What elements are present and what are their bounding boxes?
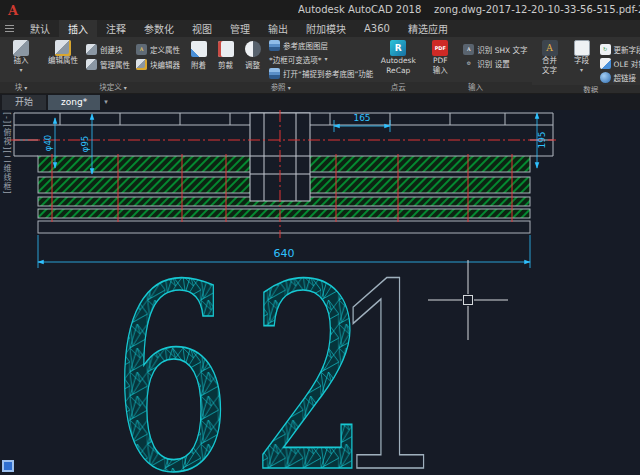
ucs-icon[interactable]: [2, 460, 14, 472]
dim-text-195[interactable]: 195: [537, 131, 547, 148]
panel-label-block-definition[interactable]: 块定义 ▾: [42, 82, 184, 93]
combine-text-icon: A: [542, 40, 558, 56]
adjust-button[interactable]: 调整: [240, 38, 265, 70]
panel-label-data[interactable]: 数据: [532, 85, 640, 94]
ole-object-button[interactable]: OLE 对象: [598, 56, 640, 70]
define-attributes-button[interactable]: A 定义属性: [134, 42, 182, 56]
ribbon: 插入 ▾ 块 ▾ 编辑属性 创建块: [0, 37, 640, 94]
chevron-down-icon: ▾: [288, 85, 291, 91]
underlay-layers-label: 参考底图图层: [283, 40, 328, 51]
file-tab-bar: 开始 zong* ▾: [0, 94, 640, 110]
hyperlink-button[interactable]: 超链接: [598, 70, 640, 84]
file-tab-start[interactable]: 开始: [2, 95, 46, 110]
panel-block-definition-label-text: 块定义: [99, 82, 122, 93]
update-fields-label: 更新字段: [614, 44, 640, 55]
pdf-import-label-line1: PDF: [433, 57, 448, 66]
panel-import: PDF PDF 输入 A 识别 SHX 文字 ⚙ 识别 设置 输入: [419, 37, 531, 93]
clip-icon: [218, 41, 234, 57]
ribbon-tab-bar: 默认 插入 注释 参数化 视图 管理 输出 附加模块 A360 精选应用: [0, 20, 640, 37]
field-icon: [574, 40, 590, 56]
recognize-shx-text-button[interactable]: A 识别 SHX 文字: [461, 42, 529, 56]
snap-to-underlay-icon: [269, 68, 280, 79]
combine-text-label-line2: 文字: [542, 67, 557, 76]
pdf-icon: PDF: [432, 40, 448, 56]
block-cube-icon: [13, 40, 29, 56]
pdf-import-label-line2: 输入: [433, 67, 448, 76]
edit-attribute-icon: [55, 40, 71, 56]
update-fields-icon: ↻: [600, 44, 611, 55]
tab-default[interactable]: 默认: [21, 20, 59, 37]
dim-text-phi40[interactable]: φ40: [43, 135, 53, 151]
panel-point-cloud-label-text: 点云: [391, 82, 406, 93]
panel-point-cloud: R Autodesk ReCap 点云: [377, 37, 419, 93]
tab-a360[interactable]: A360: [355, 20, 399, 37]
dim-text-165[interactable]: 165: [353, 113, 370, 123]
panel-data-label-text: 数据: [583, 85, 598, 94]
tab-addins[interactable]: 附加模块: [297, 20, 355, 37]
frames-label: *边框可变选项*: [269, 54, 322, 65]
panel-block-definition: 编辑属性 创建块 A 定义属性 管理属性: [42, 37, 184, 93]
attach-label: 附着: [191, 59, 206, 70]
create-block-icon: [86, 44, 97, 55]
menu-icon[interactable]: [0, 20, 21, 37]
hyperlink-label: 超链接: [614, 72, 637, 83]
autodesk-recap-button[interactable]: R Autodesk ReCap: [379, 38, 417, 77]
insert-label: 插入: [14, 57, 29, 66]
file-tab-overflow-icon[interactable]: ▾: [104, 98, 108, 106]
panel-block-label-text: 块: [15, 82, 23, 93]
drawing-canvas-svg: 640 φ40 φ95 195 165 6: [0, 110, 640, 475]
recognition-settings-button[interactable]: ⚙ 识别 设置: [461, 56, 529, 70]
edit-attributes-button[interactable]: 编辑属性: [44, 38, 82, 68]
autocad-window: A Autodesk AutoCAD 2018 zong.dwg-2017-12…: [0, 0, 640, 475]
recap-label-line2: ReCap: [386, 67, 410, 76]
combine-text-button[interactable]: A 合并 文字: [534, 38, 566, 77]
edit-attributes-label: 编辑属性: [48, 57, 78, 66]
underlay-layers-button[interactable]: 参考底图图层: [267, 38, 375, 52]
panel-label-import[interactable]: 输入: [419, 82, 531, 93]
define-attribute-icon: A: [136, 44, 147, 55]
frames-dropdown[interactable]: *边框可变选项* ▾: [267, 52, 375, 66]
panel-label-point-cloud[interactable]: 点云: [377, 82, 419, 93]
define-attributes-label: 定义属性: [150, 44, 180, 55]
file-tab-zong[interactable]: zong*: [48, 95, 100, 110]
field-button[interactable]: 字段 ▾: [568, 38, 596, 75]
tab-view[interactable]: 视图: [183, 20, 221, 37]
snap-to-underlay-button[interactable]: 打开“捕捉到参考底图”功能: [267, 66, 375, 80]
tab-output[interactable]: 输出: [259, 20, 297, 37]
recap-icon: R: [390, 40, 406, 56]
big-number-621[interactable]: 6 2 1: [112, 230, 451, 475]
tab-featured-apps[interactable]: 精选应用: [399, 20, 457, 37]
chevron-down-icon: ▾: [19, 67, 22, 73]
clip-button[interactable]: 剪裁: [213, 38, 238, 70]
clip-label: 剪裁: [218, 59, 233, 70]
insert-block-button[interactable]: 插入 ▾: [2, 38, 40, 75]
manage-attributes-label: 管理属性: [100, 59, 130, 70]
panel-data: A 合并 文字 字段 ▾ ↻ 更新字段 OLE 对象: [532, 37, 640, 93]
digit-6[interactable]: 6: [112, 230, 233, 475]
chevron-down-icon: ▾: [124, 85, 127, 91]
panel-label-block[interactable]: 块 ▾: [0, 82, 42, 93]
panel-import-label-text: 输入: [468, 82, 483, 93]
adjust-label: 调整: [245, 59, 260, 70]
field-label: 字段: [574, 57, 589, 66]
panel-reference: 附着 剪裁 调整 参考底图图层 *边框可变选项*: [184, 37, 377, 93]
manage-attributes-button[interactable]: 管理属性: [84, 57, 132, 71]
autocad-logo-icon[interactable]: A: [3, 1, 23, 19]
block-editor-button[interactable]: 块编辑器: [134, 57, 182, 71]
tab-annotate[interactable]: 注释: [97, 20, 135, 37]
update-fields-button[interactable]: ↻ 更新字段: [598, 42, 640, 56]
attach-button[interactable]: 附着: [186, 38, 211, 70]
drawing-area[interactable]: 640 φ40 φ95 195 165 6: [0, 110, 640, 475]
create-block-button[interactable]: 创建块: [84, 42, 132, 56]
digit-1[interactable]: 1: [330, 230, 451, 475]
tab-manage[interactable]: 管理: [221, 20, 259, 37]
tab-parametric[interactable]: 参数化: [135, 20, 183, 37]
pdf-import-button[interactable]: PDF PDF 输入: [421, 38, 459, 77]
dim-text-phi95[interactable]: φ95: [80, 136, 90, 152]
recognize-shx-label: 识别 SHX 文字: [477, 44, 527, 55]
combine-text-label-line1: 合并: [542, 57, 557, 66]
hyperlink-icon: [600, 72, 611, 83]
viewport-controls[interactable]: [-][俯视][二维线框]: [1, 112, 12, 195]
panel-label-reference[interactable]: 参照 ▾: [184, 82, 377, 93]
tab-insert[interactable]: 插入: [59, 20, 97, 37]
